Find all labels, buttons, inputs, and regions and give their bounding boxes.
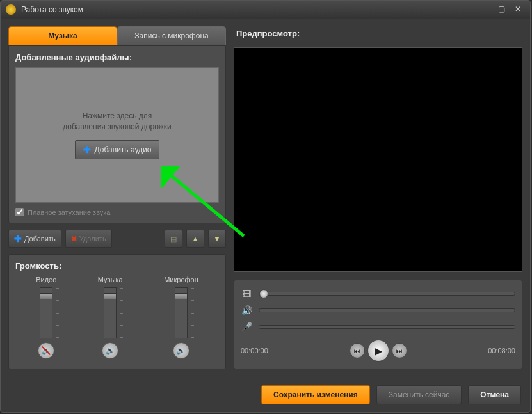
tab-bar: Музыка Запись с микрофона [8,26,226,45]
mic-icon: 🎤 [241,322,252,332]
volume-music-column: Музыка 🔊 [98,276,123,359]
volume-mic-slider[interactable] [175,287,188,338]
delete-button[interactable]: ✖Удалить [65,230,112,248]
volume-label: Видео [36,276,56,283]
preview-title: Предпросмотр: [236,29,522,38]
move-down-button[interactable]: ▼ [208,230,226,248]
fade-checkbox-row[interactable]: Плавное затухание звука [15,208,219,216]
time-total: 00:08:00 [488,347,515,354]
cancel-button[interactable]: Отмена [468,385,521,404]
app-icon [6,4,16,15]
add-button[interactable]: ✚Добавить [8,230,61,248]
arrow-up-icon: ▲ [192,235,199,243]
arrow-down-icon: ▼ [214,235,221,243]
video-track-slider[interactable] [259,292,515,296]
volume-panel: Громкость: Видео 🔊 Музыка 🔊 Микрофон [8,254,226,369]
mute-mic-button[interactable]: 🔊 [173,342,189,359]
playback-row: 00:00:00 ⏮ ▶ ⏭ 00:08:00 [241,338,515,363]
audio-files-panel: Добавленные аудиофайлы: Нажмите здесь дл… [8,45,226,223]
volume-mic-column: Микрофон 🔊 [164,276,198,359]
save-list-button[interactable]: ▤ [165,230,182,248]
window-title: Работа со звуком [21,5,475,14]
volume-label: Музыка [98,276,123,283]
track-video: 🎞 [241,285,515,302]
tracks-panel: 🎞 🔊 🎤 00:00:00 ⏮ ▶ ⏭ [234,280,522,369]
next-button[interactable]: ⏭ [392,343,407,358]
film-icon: 🎞 [241,289,252,299]
audio-track-slider[interactable] [259,308,515,312]
speaker-icon: 🔊 [241,305,252,315]
volume-music-slider[interactable] [104,287,117,338]
audio-drop-area[interactable]: Нажмите здесь для добавления звуковой до… [15,67,219,203]
volume-label: Микрофон [164,276,198,283]
replace-now-button[interactable]: Заменить сейчас [376,385,462,404]
tab-mic-record[interactable]: Запись с микрофона [117,26,226,45]
volume-title: Громкость: [15,261,219,271]
x-icon: ✖ [71,235,77,243]
video-preview [234,47,522,272]
audio-toolbar: ✚Добавить ✖Удалить ▤ ▲ ▼ [8,230,226,248]
drop-hint: Нажмите здесь для добавления звуковой до… [63,111,171,132]
mic-track-slider[interactable] [259,325,515,329]
move-up-button[interactable]: ▲ [186,230,204,248]
minimize-button[interactable]: __ [478,4,492,15]
maximize-button[interactable]: ▢ [494,4,508,15]
mute-video-button[interactable]: 🔊 [38,342,54,359]
fade-checkbox[interactable] [15,208,24,216]
time-current: 00:00:00 [241,347,268,354]
footer-buttons: Сохранить изменения Заменить сейчас Отме… [261,385,521,404]
save-changes-button[interactable]: Сохранить изменения [261,385,370,404]
mute-music-button[interactable]: 🔊 [102,342,118,359]
close-button[interactable]: ✕ [511,4,525,15]
prev-button[interactable]: ⏮ [350,343,365,358]
titlebar: Работа со звуком __ ▢ ✕ [1,1,530,19]
add-audio-button[interactable]: ✚ Добавить аудио [75,140,160,159]
audio-files-title: Добавленные аудиофайлы: [15,52,219,62]
volume-video-column: Видео 🔊 [36,276,56,359]
track-mic: 🎤 [241,319,515,335]
plus-icon: ✚ [14,234,22,244]
doc-icon: ▤ [170,235,177,243]
tab-music[interactable]: Музыка [8,26,117,45]
volume-video-slider[interactable] [40,287,52,338]
track-audio: 🔊 [241,302,515,319]
plus-icon: ✚ [83,145,91,155]
play-button[interactable]: ▶ [367,340,389,362]
